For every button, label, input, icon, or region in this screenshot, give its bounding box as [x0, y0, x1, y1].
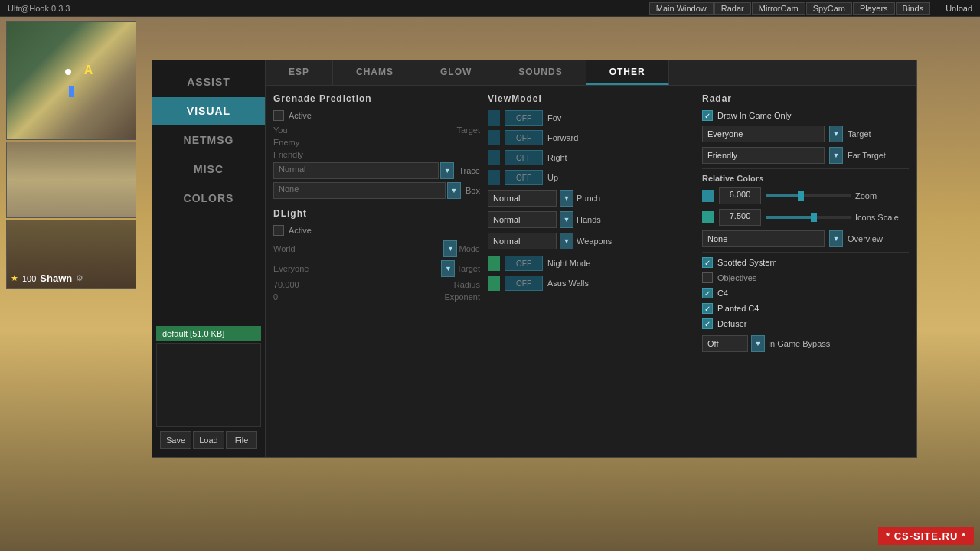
tab-esp[interactable]: ESP — [266, 60, 333, 85]
sidebar-item-netmsg[interactable]: NETMSG — [152, 126, 265, 154]
box-arrow[interactable]: ▼ — [447, 182, 461, 199]
radar-everyone-select[interactable]: Everyone — [702, 126, 825, 142]
dlight-target-arrow[interactable]: ▼ — [441, 260, 455, 277]
vm-weapons-label: Weapons — [577, 236, 612, 246]
load-button[interactable]: Load — [193, 431, 224, 449]
nav-spycam[interactable]: SpyCam — [806, 2, 852, 15]
radar-checkbox-row-0: Spotted System — [702, 257, 909, 268]
overview-arrow[interactable]: ▼ — [829, 230, 843, 247]
save-button[interactable]: Save — [160, 431, 191, 449]
app-title: Ultr@Hook 0.3.3 — [0, 4, 77, 13]
radar-cb-label-4: Defuser — [717, 319, 747, 328]
radar-cb-label-3: Planted C4 — [717, 304, 759, 313]
vm-punch-arrow[interactable]: ▼ — [560, 190, 573, 207]
tab-other[interactable]: OTHER — [586, 60, 669, 85]
vm-asuswalls-toggle[interactable]: OFF — [505, 276, 543, 291]
vm-fov-indicator — [488, 110, 500, 126]
nav-mirrorcam[interactable]: MirrorCam — [752, 2, 805, 15]
profile-box: default [51.0 KB] Save Load File — [152, 322, 265, 457]
trace-select[interactable]: Normal — [273, 162, 439, 179]
bypass-select[interactable]: Off — [702, 335, 748, 352]
vm-forward-row: OFF Forward — [488, 130, 694, 145]
watermark: * CS-SITE.RU * — [878, 527, 974, 545]
icons-scale-slider-fill — [766, 216, 812, 219]
radar-cb-label-2: C4 — [717, 289, 728, 298]
tab-glow[interactable]: GLOW — [417, 60, 495, 85]
vm-weapons-arrow[interactable]: ▼ — [560, 233, 573, 249]
minimap-player — [69, 86, 74, 97]
radar-friendly-select[interactable]: Friendly — [702, 147, 825, 164]
nav-players[interactable]: Players — [853, 2, 895, 15]
radar-cb-1[interactable] — [702, 272, 713, 283]
radar-cb-0[interactable] — [702, 257, 713, 268]
unload-button[interactable]: Unload — [938, 4, 980, 13]
dlight-active-checkbox[interactable] — [273, 225, 284, 236]
radar-checkboxes: Spotted SystemObjectivesC4Planted C4Defu… — [702, 257, 909, 329]
grenade-friendly-row: Friendly — [273, 150, 480, 159]
trace-arrow[interactable]: ▼ — [440, 162, 454, 179]
draw-in-game-checkbox[interactable] — [702, 110, 713, 121]
radar-everyone-row: Everyone ▼ Target — [702, 126, 909, 142]
sidebar-item-colors[interactable]: COLORS — [152, 184, 265, 212]
vm-nightmode-indicator — [488, 256, 500, 271]
icons-scale-value[interactable]: 7.500 — [719, 209, 761, 226]
tab-bar: ESP CHAMS GLOW SOUNDS OTHER — [266, 60, 916, 86]
relative-colors-title: Relative Colors — [702, 174, 909, 183]
dlight-mode-arrow[interactable]: ▼ — [443, 240, 457, 257]
box-select[interactable]: None — [273, 182, 446, 199]
overview-select[interactable]: None — [702, 230, 825, 247]
zoom-slider-thumb[interactable] — [798, 191, 804, 201]
vm-forward-toggle[interactable]: OFF — [505, 130, 543, 145]
nav-radar[interactable]: Radar — [714, 2, 751, 15]
dlight-title: DLight — [273, 208, 480, 219]
minimap-mid — [6, 142, 136, 218]
vm-fov-toggle[interactable]: OFF — [505, 110, 543, 126]
radar-friendly-arrow[interactable]: ▼ — [829, 147, 843, 164]
grenade-active-checkbox[interactable] — [273, 110, 284, 121]
radar-cb-label-0: Spotted System — [717, 258, 777, 267]
tab-sounds[interactable]: SOUNDS — [495, 60, 586, 85]
icons-scale-slider-row: 7.500 Icons Scale — [702, 209, 909, 226]
grenade-you-label: You — [273, 126, 288, 135]
top-bar: Ultr@Hook 0.3.3 Main Window Radar Mirror… — [0, 0, 980, 17]
sidebar-item-assist[interactable]: ASSIST — [152, 68, 265, 96]
viewmodel-title: ViewModel — [488, 93, 694, 104]
icons-scale-slider-thumb[interactable] — [811, 213, 817, 222]
grenade-enemy-row: Enemy — [273, 138, 480, 147]
vm-right-toggle[interactable]: OFF — [505, 150, 543, 165]
sidebar-item-misc[interactable]: MISC — [152, 155, 265, 183]
sidebar-item-visual[interactable]: VISUAL — [152, 97, 265, 125]
profile-entry[interactable]: default [51.0 KB] — [156, 326, 261, 341]
vm-up-indicator — [488, 170, 500, 185]
bypass-arrow[interactable]: ▼ — [751, 335, 765, 352]
radar-checkbox-row-4: Defuser — [702, 318, 909, 329]
icons-scale-slider-track[interactable] — [766, 216, 851, 219]
grenade-enemy-label: Enemy — [273, 138, 299, 147]
vm-hands-select[interactable]: Normal — [488, 211, 557, 228]
nav-main-window[interactable]: Main Window — [649, 2, 714, 15]
radar-everyone-arrow[interactable]: ▼ — [829, 126, 843, 142]
radar-cb-3[interactable] — [702, 303, 713, 314]
vm-up-toggle[interactable]: OFF — [505, 170, 543, 185]
tab-chams[interactable]: CHAMS — [333, 60, 417, 85]
dlight-target-left: Everyone — [273, 264, 309, 273]
radar-cb-2[interactable] — [702, 288, 713, 298]
minimap-dot — [65, 69, 71, 75]
radar-cb-4[interactable] — [702, 318, 713, 329]
minimap-top: A — [6, 21, 136, 140]
vm-hands-arrow[interactable]: ▼ — [560, 211, 573, 228]
dlight-exponent-label: Exponent — [445, 292, 480, 302]
vm-weapons-row: Normal ▼ Weapons — [488, 233, 694, 249]
file-button[interactable]: File — [226, 431, 257, 449]
trace-label: Trace — [459, 166, 480, 175]
grenade-target-label: Target — [456, 126, 480, 135]
zoom-slider-track[interactable] — [766, 194, 851, 197]
draw-in-game-row: Draw In Game Only — [702, 110, 909, 121]
vm-weapons-select[interactable]: Normal — [488, 233, 557, 249]
gun-icon: ⚙ — [76, 273, 83, 283]
vm-punch-select[interactable]: Normal — [488, 190, 557, 207]
zoom-value[interactable]: 6.000 — [719, 187, 761, 204]
vm-nightmode-toggle[interactable]: OFF — [505, 256, 543, 271]
nav-binds[interactable]: Binds — [896, 2, 931, 15]
box-label: Box — [466, 186, 480, 195]
